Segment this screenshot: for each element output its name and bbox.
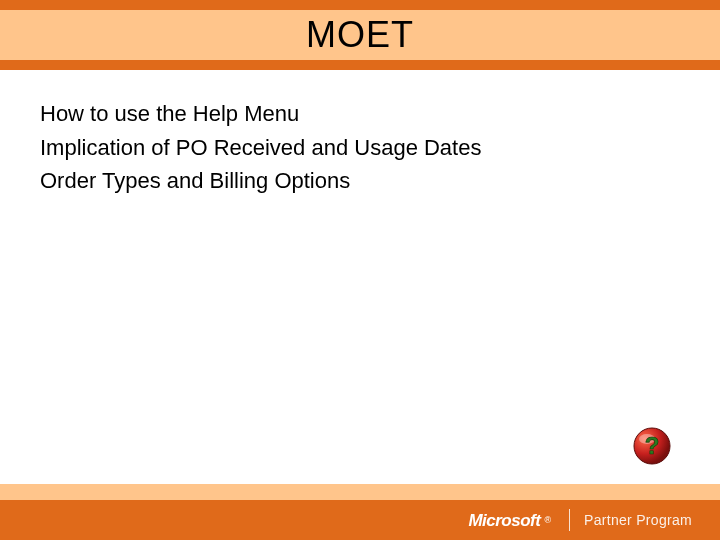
registered-mark: ® [544, 515, 551, 525]
footer-band: Microsoft® Partner Program [0, 500, 720, 540]
content-line: Order Types and Billing Options [40, 167, 680, 195]
footer-accent [0, 484, 720, 500]
footer-logo: Microsoft® Partner Program [468, 509, 692, 531]
slide-title: MOET [306, 14, 414, 56]
content-line: Implication of PO Received and Usage Dat… [40, 134, 680, 162]
help-question-icon: ? [632, 426, 672, 466]
content-area: How to use the Help Menu Implication of … [40, 100, 680, 201]
brand-text: Microsoft [468, 511, 540, 531]
title-accent-top [0, 0, 720, 10]
title-accent-bottom [0, 60, 720, 70]
help-button[interactable]: ? [632, 426, 672, 466]
content-line: How to use the Help Menu [40, 100, 680, 128]
footer-divider [569, 509, 570, 531]
slide: MOET How to use the Help Menu Implicatio… [0, 0, 720, 540]
title-band: MOET [0, 10, 720, 60]
svg-text:?: ? [645, 432, 660, 459]
partner-program-text: Partner Program [584, 512, 692, 528]
